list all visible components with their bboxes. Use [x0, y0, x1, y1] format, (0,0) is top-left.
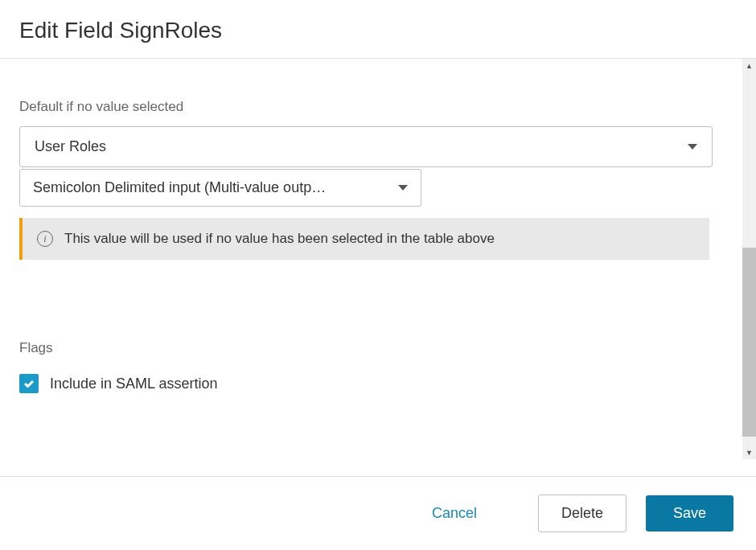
default-value-label: Default if no value selected — [19, 99, 723, 115]
default-value-selected: User Roles — [35, 138, 106, 155]
chevron-down-icon — [688, 144, 697, 150]
scroll-up-arrow[interactable]: ▲ — [742, 59, 756, 72]
info-banner: i This value will be used if no value ha… — [19, 218, 709, 260]
cancel-button[interactable]: Cancel — [409, 495, 499, 532]
page-title: Edit Field SignRoles — [19, 18, 737, 43]
content-wrapper: Default if no value selected User Roles … — [0, 59, 756, 459]
flags-label: Flags — [19, 340, 723, 356]
info-icon: i — [37, 231, 53, 247]
delete-button[interactable]: Delete — [538, 495, 627, 532]
format-selected: Semicolon Delimited input (Multi-value o… — [33, 179, 326, 196]
format-select[interactable]: Semicolon Delimited input (Multi-value o… — [19, 169, 421, 207]
chevron-down-icon — [398, 185, 408, 191]
info-message: This value will be used if no value has … — [64, 231, 495, 247]
scroll-down-arrow[interactable]: ▼ — [742, 445, 756, 459]
dialog-header: Edit Field SignRoles — [0, 0, 756, 59]
scrollbar-thumb[interactable] — [742, 248, 756, 437]
content-area: Default if no value selected User Roles … — [0, 59, 742, 459]
check-icon — [23, 377, 35, 390]
include-saml-label: Include in SAML assertion — [50, 376, 217, 392]
dialog-footer: Cancel Delete Save — [0, 476, 756, 550]
default-value-select[interactable]: User Roles — [19, 126, 713, 167]
flags-section: Flags Include in SAML assertion — [19, 340, 723, 393]
include-saml-row: Include in SAML assertion — [19, 374, 723, 393]
scrollbar-track[interactable]: ▲ ▼ — [742, 59, 756, 459]
include-saml-checkbox[interactable] — [19, 374, 39, 393]
save-button[interactable]: Save — [646, 495, 733, 532]
